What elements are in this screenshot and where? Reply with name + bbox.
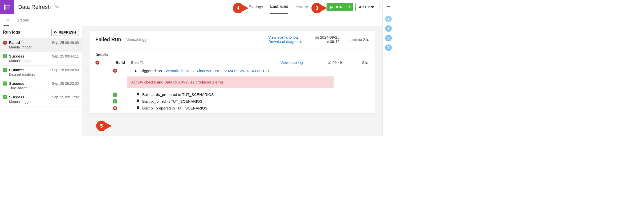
run-list-item[interactable]: ✓SuccessSep. 25 09:23:30Time-based xyxy=(0,79,82,93)
actions-button[interactable]: ACTIONS xyxy=(355,3,380,11)
triggered-job-link[interactable]: Scenario_build_tx_windows__NP__2024-09-2… xyxy=(164,69,269,73)
build-result-row: ✕Built tx_prepared in TUT_SCENARIOS xyxy=(90,103,369,110)
nav-link-settings[interactable]: Settings xyxy=(249,0,263,14)
svg-rect-9 xyxy=(319,7,320,8)
step-label: Build — Step #1 xyxy=(116,60,264,65)
error-icon: ✕ xyxy=(95,61,99,65)
save-button[interactable] xyxy=(315,3,325,11)
step-duration: 21s xyxy=(358,60,368,65)
run-button-label: RUN xyxy=(335,5,343,9)
run-timestamp: Sep. 25 09:49:09 xyxy=(52,41,79,45)
build-result-text: Built tx_joined in TUT_SCENARIOS xyxy=(142,99,202,103)
run-trigger-type: Manual trigger xyxy=(3,100,79,104)
success-icon: ✓ xyxy=(3,54,7,58)
success-icon: ✓ xyxy=(3,68,7,72)
run-timestamp: Sep. 25 09:44:11 xyxy=(52,54,79,58)
run-trigger-type: Manual trigger xyxy=(3,59,79,63)
run-details-panel: Failed Run Manual trigger View scenario … xyxy=(82,26,382,136)
svg-rect-7 xyxy=(56,5,58,7)
run-date: on 2024-09-25 xyxy=(307,35,339,39)
success-icon: ✓ xyxy=(3,81,7,86)
download-diagnosis-link[interactable]: Download diagnosis xyxy=(268,39,302,44)
run-trigger-type: Dataset modified xyxy=(3,72,79,76)
back-arrow-icon[interactable]: ← xyxy=(386,2,391,13)
scenario-icon[interactable] xyxy=(0,0,14,14)
run-list-item[interactable]: ✓SuccessSep. 25 09:17:02Manual trigger xyxy=(0,93,82,106)
details-heading: Details xyxy=(90,48,375,59)
svg-point-2 xyxy=(4,8,5,9)
sidebar-heading: Run logs xyxy=(3,30,20,35)
right-rail: ← + i ◎ xyxy=(383,0,394,136)
svg-rect-6 xyxy=(56,6,59,8)
actions-button-label: ACTIONS xyxy=(359,5,376,9)
success-icon: ✓ xyxy=(113,93,117,97)
run-logs-sidebar: Run logs ⟳ REFRESH ✕FailedSep. 25 09:49:… xyxy=(0,26,82,136)
triggered-job-row: ▶ Triggered job Scenario_build_tx_window… xyxy=(120,67,369,75)
build-result-row: ✓Built tx_joined in TUT_SCENARIOS xyxy=(90,97,369,103)
run-list-item[interactable]: ✕FailedSep. 25 09:49:09Manual trigger xyxy=(0,38,82,52)
error-icon: ✕ xyxy=(113,69,117,73)
refresh-icon: ⟳ xyxy=(54,30,57,34)
subtab-graphs[interactable]: Graphs xyxy=(16,14,29,26)
run-trigger: Manual trigger xyxy=(126,37,150,42)
success-icon: ✓ xyxy=(3,95,7,99)
error-icon: ✕ xyxy=(113,106,117,110)
run-title: Failed Run xyxy=(95,37,121,42)
run-trigger-type: Time-based xyxy=(3,86,79,90)
copy-icon[interactable] xyxy=(55,4,59,10)
info-icon[interactable]: i xyxy=(385,25,392,32)
history-icon[interactable] xyxy=(385,44,392,51)
build-result-row: ✓Built cards_prepared in TUT_SCENARIOS xyxy=(90,90,369,97)
svg-point-1 xyxy=(4,7,5,8)
run-status: Success xyxy=(9,68,50,72)
view-scenario-log-link[interactable]: View scenario log xyxy=(268,35,302,39)
run-button[interactable]: ▶ RUN xyxy=(327,3,346,11)
run-header: Failed Run Manual trigger View scenario … xyxy=(90,31,375,48)
run-list-item[interactable]: ✓SuccessSep. 25 09:44:11Manual trigger xyxy=(0,52,82,66)
step-time: at 09:49 xyxy=(327,60,342,65)
run-timestamp: Sep. 25 09:17:02 xyxy=(52,95,79,99)
run-dropdown-button[interactable]: ▾ xyxy=(346,3,353,11)
run-timestamp: Sep. 25 09:23:30 xyxy=(52,81,79,86)
step-row: ✕ Build — Step #1 View step log at 09:49… xyxy=(90,59,375,67)
refresh-button-label: REFRESH xyxy=(59,30,76,34)
run-trigger-type: Manual trigger xyxy=(3,45,79,49)
play-icon: ▶ xyxy=(330,5,333,9)
run-timestamp: Sep. 25 09:26:50 xyxy=(52,68,79,72)
nav-link-history[interactable]: History xyxy=(295,0,308,14)
error-banner: Activity checks and Data Quality rules p… xyxy=(127,76,334,88)
add-icon[interactable]: + xyxy=(385,16,392,22)
chevron-down-icon: ▾ xyxy=(349,5,351,9)
top-bar: Data Refresh SettingsLast runsHistory ▶ xyxy=(0,0,382,14)
database-icon xyxy=(136,92,140,97)
top-nav: SettingsLast runsHistory xyxy=(249,0,308,14)
database-icon xyxy=(136,106,140,110)
run-status: Success xyxy=(9,95,50,99)
svg-rect-8 xyxy=(319,6,320,6)
nav-link-last-runs[interactable]: Last runs xyxy=(270,0,288,14)
discussions-icon[interactable]: ◎ xyxy=(385,35,392,41)
refresh-button[interactable]: ⟳ REFRESH xyxy=(51,29,79,36)
caret-right-icon[interactable]: ▶ xyxy=(135,69,137,73)
sub-tabs: List Graphs xyxy=(0,14,382,26)
database-icon xyxy=(136,99,140,103)
svg-point-0 xyxy=(4,5,5,6)
error-icon: ✕ xyxy=(3,41,7,45)
run-runtime: runtime 21s xyxy=(344,37,369,42)
success-icon: ✓ xyxy=(113,99,117,103)
build-result-text: Built cards_prepared in TUT_SCENARIOS xyxy=(142,92,214,97)
page-title: Data Refresh xyxy=(14,4,55,10)
view-step-log-link[interactable]: View step log xyxy=(280,60,311,65)
run-status: Failed xyxy=(9,40,50,45)
run-list-item[interactable]: ✓SuccessSep. 25 09:26:50Dataset modified xyxy=(0,66,82,79)
subtab-list[interactable]: List xyxy=(4,14,9,26)
run-status: Success xyxy=(9,81,50,86)
run-time: at 09:49 xyxy=(307,39,339,44)
run-status: Success xyxy=(9,54,50,58)
build-result-text: Built tx_prepared in TUT_SCENARIOS xyxy=(142,106,207,110)
